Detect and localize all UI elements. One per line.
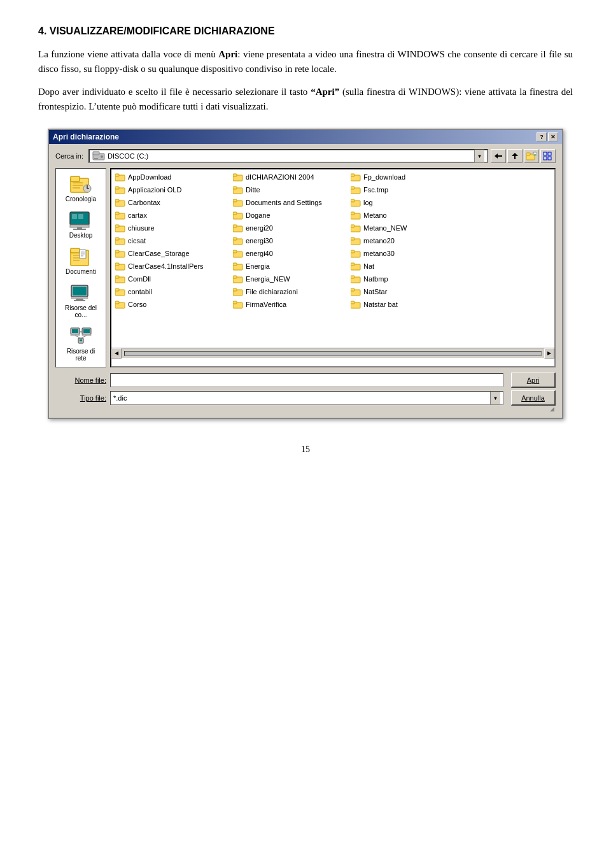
svg-rect-116: [351, 288, 355, 291]
svg-rect-118: [351, 301, 355, 304]
up-icon: [510, 152, 519, 160]
file-item[interactable]: Ditte: [229, 183, 347, 196]
file-item[interactable]: Documents and Settings: [229, 196, 347, 209]
file-item[interactable]: cicsat: [111, 234, 229, 247]
svg-rect-112: [351, 263, 355, 266]
svg-rect-27: [73, 229, 86, 230]
filetype-value: *.dic: [113, 394, 127, 402]
svg-rect-41: [74, 300, 85, 301]
filename-input[interactable]: [110, 373, 503, 387]
file-item[interactable]: metano30: [347, 247, 465, 260]
file-item[interactable]: File dichiarazioni: [229, 285, 347, 298]
file-open-dialog: Apri dichiarazione ? ✕ Cerca in:: [48, 129, 563, 419]
file-item[interactable]: Applicazioni OLD: [111, 183, 229, 196]
file-item[interactable]: metano20: [347, 234, 465, 247]
shortcut-cronologia[interactable]: Cronologia: [59, 173, 102, 204]
shortcut-risorse-computer[interactable]: Risorse del co...: [59, 281, 102, 320]
svg-rect-106: [351, 225, 355, 227]
file-item[interactable]: Nat: [347, 260, 465, 273]
svg-rect-90: [233, 263, 237, 266]
file-item[interactable]: contabil: [111, 285, 229, 298]
svg-rect-14: [544, 157, 547, 160]
svg-rect-78: [233, 187, 237, 189]
file-item[interactable]: Metano: [347, 209, 465, 222]
filename-label: Nome file:: [55, 376, 106, 384]
shortcut-desktop[interactable]: Desktop: [59, 209, 102, 240]
svg-rect-7: [514, 155, 516, 159]
file-item[interactable]: AppDownload: [111, 171, 229, 183]
file-item-label: metano30: [363, 250, 395, 257]
scroll-left-button[interactable]: ◀: [111, 348, 122, 359]
back-icon: [494, 152, 503, 160]
close-button[interactable]: ✕: [548, 132, 558, 141]
scrollbar-track[interactable]: [124, 351, 542, 356]
help-button[interactable]: ?: [537, 132, 547, 141]
file-item-label: energi20: [246, 224, 273, 232]
file-item-label: cicsat: [128, 237, 146, 245]
svg-line-52: [81, 336, 87, 338]
file-item[interactable]: Dogane: [229, 209, 347, 222]
file-item[interactable]: ClearCase4.1InstallPers: [111, 260, 229, 273]
file-item-label: energi40: [246, 250, 273, 257]
svg-rect-47: [82, 334, 91, 336]
cerca-label: Cerca in:: [55, 152, 83, 160]
file-item-label: ClearCase_Storage: [128, 250, 190, 257]
file-item[interactable]: NatStar: [347, 285, 465, 298]
file-item[interactable]: energi40: [229, 247, 347, 260]
svg-rect-3: [94, 158, 98, 159]
file-item[interactable]: Natbmp: [347, 273, 465, 285]
file-item[interactable]: chiusure: [111, 222, 229, 234]
file-item-label: Nat: [363, 262, 374, 270]
file-item[interactable]: ClearCase_Storage: [111, 247, 229, 260]
file-item[interactable]: Energia_NEW: [229, 273, 347, 285]
shortcut-documenti[interactable]: Documenti: [59, 245, 102, 276]
file-item[interactable]: energi20: [229, 222, 347, 234]
file-item-label: Energia: [246, 262, 270, 270]
svg-rect-58: [115, 199, 119, 202]
scroll-right-button[interactable]: ▶: [544, 348, 554, 359]
file-item[interactable]: energi30: [229, 234, 347, 247]
file-item-label: NatStar: [363, 288, 387, 295]
cerca-dropdown-arrow[interactable]: ▼: [474, 150, 484, 162]
file-item[interactable]: dICHIARAZIONI 2004: [229, 171, 347, 183]
up-button[interactable]: [507, 149, 523, 163]
file-item[interactable]: Fp_download: [347, 171, 465, 183]
svg-rect-72: [115, 288, 119, 291]
svg-rect-20: [73, 187, 80, 189]
cerca-select[interactable]: DISCOC (C:) ▼: [88, 149, 488, 163]
file-item[interactable]: Metano_NEW: [347, 222, 465, 234]
svg-rect-84: [233, 225, 237, 227]
svg-rect-54: [115, 174, 119, 176]
back-button[interactable]: [491, 149, 506, 163]
new-folder-button[interactable]: +: [524, 149, 539, 163]
cerca-value: DISCOC (C:): [108, 152, 472, 160]
file-item-label: chiusure: [128, 224, 155, 232]
cancel-button[interactable]: Annulla: [511, 390, 556, 406]
svg-rect-82: [233, 212, 237, 215]
file-item[interactable]: Corso: [111, 298, 229, 311]
my-computer-icon: [69, 283, 92, 303]
file-item[interactable]: Energia: [229, 260, 347, 273]
svg-rect-76: [233, 174, 237, 176]
shortcut-cronologia-label: Cronologia: [66, 196, 96, 203]
page-number: 15: [38, 445, 573, 455]
file-item[interactable]: ComDll: [111, 273, 229, 285]
file-item[interactable]: cartax: [111, 209, 229, 222]
open-button[interactable]: Apri: [511, 373, 556, 388]
shortcut-risorse-rete[interactable]: Risorse di rete: [59, 325, 102, 363]
svg-rect-32: [73, 260, 80, 261]
filetype-dropdown-arrow[interactable]: ▼: [490, 392, 500, 404]
file-item-label: Applicazioni OLD: [128, 186, 181, 194]
file-item[interactable]: log: [347, 196, 465, 209]
svg-rect-9: [526, 153, 530, 155]
view-button[interactable]: [540, 149, 556, 163]
filetype-select[interactable]: *.dic ▼: [110, 391, 503, 405]
file-item[interactable]: Carbontax: [111, 196, 229, 209]
svg-rect-34: [81, 252, 85, 253]
svg-rect-108: [351, 238, 355, 240]
file-item[interactable]: Natstar bat: [347, 298, 465, 311]
file-item[interactable]: Fsc.tmp: [347, 183, 465, 196]
svg-rect-98: [351, 174, 355, 176]
file-item[interactable]: FirmaVerifica: [229, 298, 347, 311]
file-item-label: Metano: [363, 211, 387, 219]
